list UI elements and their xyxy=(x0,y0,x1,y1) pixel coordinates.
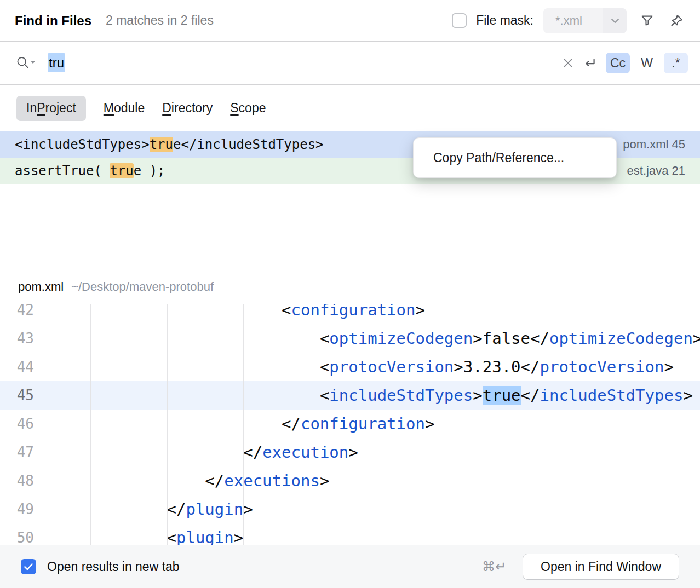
code-text: </plugin> xyxy=(44,495,253,523)
match-case-toggle[interactable]: Cc xyxy=(606,53,630,73)
preview-header: pom.xml ~/Desktop/maven-protobuf xyxy=(0,269,700,304)
line-number: 48 xyxy=(0,466,44,495)
file-mask-combobox[interactable]: *.xml xyxy=(543,8,627,33)
editor-line[interactable]: 42 <configuration> xyxy=(0,304,700,324)
search-toggles: CcW.* xyxy=(601,53,688,73)
line-number: 47 xyxy=(0,438,44,466)
result-file-reference: est.java 21 xyxy=(627,164,685,178)
dialog-title: Find in Files xyxy=(15,13,91,28)
code-text: <optimizeCodegen>false</optimizeCodegen> xyxy=(44,324,700,353)
code-text: <includeStdTypes>true</includeStdTypes> xyxy=(44,381,693,410)
editor-selection: true xyxy=(483,386,521,405)
preview-file-name: pom.xml xyxy=(18,280,64,294)
editor-line[interactable]: 43 <optimizeCodegen>false</optimizeCodeg… xyxy=(0,324,700,353)
filter-icon xyxy=(640,13,655,28)
close-icon xyxy=(563,57,573,68)
search-input[interactable]: tru xyxy=(48,55,557,71)
editor-line[interactable]: 49 </plugin> xyxy=(0,495,700,523)
editor-preview: 42 <configuration>43 <optimizeCodegen>fa… xyxy=(0,304,700,545)
editor-line[interactable]: 47 </execution> xyxy=(0,438,700,466)
search-bar: tru CcW.* xyxy=(0,42,700,85)
shortcut-hint: ⌘↵ xyxy=(482,559,506,574)
clear-search-button[interactable] xyxy=(557,52,579,74)
code-text: </configuration> xyxy=(44,410,434,438)
line-number: 50 xyxy=(0,523,44,545)
line-number: 43 xyxy=(0,324,44,353)
scope-tab-directory[interactable]: Directory xyxy=(162,96,213,121)
find-in-files-dialog: Find in Files 2 matches in 2 files File … xyxy=(0,0,700,588)
editor-line[interactable]: 45 <includeStdTypes>true</includeStdType… xyxy=(0,381,700,410)
check-icon xyxy=(24,563,33,570)
code-text: <protocVersion>3.23.0</protocVersion> xyxy=(44,353,674,381)
open-in-find-window-button[interactable]: Open in Find Window xyxy=(523,554,679,580)
scope-tab-module[interactable]: Module xyxy=(104,96,145,121)
regex-toggle[interactable]: .* xyxy=(664,53,688,73)
code-text: <plugin> xyxy=(44,523,243,545)
editor-line[interactable]: 50 <plugin> xyxy=(0,523,700,545)
file-mask-label: File mask: xyxy=(476,13,533,28)
line-number: 42 xyxy=(0,304,44,324)
preview-file-path: ~/Desktop/maven-protobuf xyxy=(71,280,214,294)
search-history-button[interactable] xyxy=(15,52,37,74)
search-query-selection: tru xyxy=(48,53,65,72)
whole-words-toggle[interactable]: W xyxy=(635,53,659,73)
code-text: <configuration> xyxy=(44,304,425,324)
editor-line[interactable]: 48 </executions> xyxy=(0,466,700,495)
search-icon xyxy=(15,54,37,72)
result-code: assertTrue( true ); xyxy=(15,163,165,178)
result-code: <includeStdTypes>true</includeStdTypes> xyxy=(15,137,324,152)
match-summary: 2 matches in 2 files xyxy=(106,13,214,28)
filter-button[interactable] xyxy=(635,9,658,32)
match-highlight: tru xyxy=(110,163,133,178)
menu-item-copy-path-reference[interactable]: Copy Path/Reference... xyxy=(414,142,616,174)
code-text: </executions> xyxy=(44,466,329,495)
line-number: 44 xyxy=(0,353,44,381)
line-number: 46 xyxy=(0,410,44,438)
pin-button[interactable] xyxy=(665,9,688,32)
scope-tab-scope[interactable]: Scope xyxy=(230,96,266,121)
scope-tab-in-project[interactable]: In Project xyxy=(16,96,86,121)
editor-line[interactable]: 46 </configuration> xyxy=(0,410,700,438)
context-menu: Copy Path/Reference... xyxy=(413,137,617,178)
match-highlight: tru xyxy=(150,137,173,152)
insert-newline-button[interactable] xyxy=(579,52,601,74)
chevron-down-icon xyxy=(603,8,627,33)
code-text: </execution> xyxy=(44,438,358,466)
file-mask-checkbox[interactable] xyxy=(452,13,467,28)
result-file-reference: pom.xml 45 xyxy=(623,137,685,152)
dialog-header: Find in Files 2 matches in 2 files File … xyxy=(0,0,700,42)
open-results-label: Open results in new tab xyxy=(47,560,180,574)
open-results-checkbox[interactable] xyxy=(21,559,36,574)
newline-icon xyxy=(583,56,597,70)
file-mask-value: *.xml xyxy=(543,14,603,28)
dialog-footer: Open results in new tab ⌘↵ Open in Find … xyxy=(0,545,700,588)
line-number: 45 xyxy=(0,381,44,410)
pin-icon xyxy=(669,13,684,28)
scope-tabs: In ProjectModuleDirectoryScope xyxy=(0,85,700,131)
editor-line[interactable]: 44 <protocVersion>3.23.0</protocVersion> xyxy=(0,353,700,381)
editor-lines: 42 <configuration>43 <optimizeCodegen>fa… xyxy=(0,304,700,545)
line-number: 49 xyxy=(0,495,44,523)
